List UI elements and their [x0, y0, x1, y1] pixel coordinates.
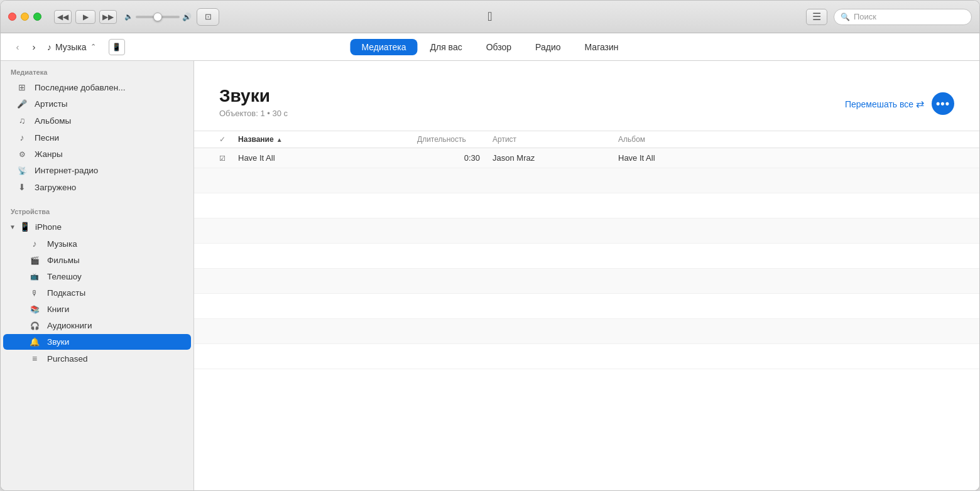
airplay-button[interactable]: ⊡ — [197, 8, 219, 26]
play-button[interactable]: ▶ — [75, 10, 95, 24]
search-box[interactable]: 🔍 Поиск — [834, 9, 972, 25]
sidebar-item-label-radio: Интернет-радио — [35, 166, 98, 175]
sidebar-item-genres[interactable]: ⚙ Жанры — [3, 146, 191, 162]
iphone-chevron-icon: ▼ — [9, 224, 16, 230]
sidebar-item-iphone-audiobooks[interactable]: 🎧 Аудиокниги — [3, 318, 191, 333]
tab-radio[interactable]: Радио — [524, 39, 572, 55]
sidebar-item-iphone-movies[interactable]: 🎬 Фильмы — [3, 252, 191, 268]
table-header: ✓ Название ▲ Длительность Артист Альбом — [194, 131, 979, 148]
empty-row-6 — [194, 294, 979, 319]
sidebar-item-label-recent: Последние добавлен... — [35, 83, 125, 92]
maximize-button[interactable] — [33, 13, 41, 21]
nav-tabs: Медиатека Для вас Обзор Радио Магазин — [350, 39, 629, 55]
albums-icon: ♫ — [16, 116, 28, 126]
iphone-movies-icon: 🎬 — [28, 256, 41, 265]
iphone-device-nav-button[interactable]: 📱 — [109, 39, 125, 55]
th-title-label: Название — [238, 135, 274, 144]
more-options-icon: ••• — [936, 97, 950, 111]
sidebar-item-albums[interactable]: ♫ Альбомы — [3, 112, 191, 129]
content-actions: Перемешать все ⇄ ••• — [845, 86, 954, 115]
table-row[interactable]: ☑ Have It All 0:30 Jason Mraz Have It Al… — [194, 148, 979, 168]
th-extra — [775, 135, 954, 144]
iphone-books-icon: 📚 — [28, 305, 41, 314]
iphone-device-row[interactable]: ▼ 📱 iPhone — [3, 219, 191, 235]
shuffle-all-label: Перемешать все — [845, 99, 913, 109]
th-title[interactable]: Название ▲ — [238, 135, 417, 144]
close-button[interactable] — [8, 13, 16, 21]
volume-track — [136, 16, 180, 18]
th-check: ✓ — [219, 135, 238, 144]
sidebar-item-iphone-music[interactable]: ♪ Музыка — [3, 235, 191, 252]
sidebar-item-label-artists: Артисты — [35, 99, 68, 109]
sidebar-item-label-iphone-books: Книги — [47, 305, 69, 314]
nav-arrows: ‹ › — [11, 40, 41, 54]
back-button[interactable]: ‹ — [11, 40, 24, 54]
iphone-tones-icon: 🔔 — [28, 337, 41, 347]
empty-row-7 — [194, 319, 979, 344]
sidebar-item-iphone-tvshows[interactable]: 📺 Телешоу — [3, 269, 191, 284]
sidebar-item-downloads[interactable]: ⬇ Загружено — [3, 179, 191, 195]
main-layout: Медиатека ⊞ Последние добавлен... 🎤 Арти… — [1, 61, 979, 490]
tracks-table: ✓ Название ▲ Длительность Артист Альбом — [194, 131, 979, 490]
navbar: ‹ › ♪ Музыка ⌃ 📱 Медиатека Для вас Обзор… — [1, 33, 979, 61]
th-check-icon: ✓ — [219, 135, 226, 144]
rewind-button[interactable]: ◀◀ — [54, 10, 72, 24]
sidebar-item-iphone-tones[interactable]: 🔔 Звуки — [3, 334, 191, 350]
play-icon: ▶ — [83, 13, 89, 21]
row-artist: Jason Mraz — [493, 153, 618, 163]
iphone-tvshows-icon: 📺 — [28, 272, 41, 281]
music-selector-label: Музыка — [55, 42, 87, 52]
list-view-button[interactable]: ☰ — [806, 9, 827, 25]
iphone-label: iPhone — [35, 222, 62, 232]
empty-rows — [194, 168, 979, 369]
fast-forward-button[interactable]: ▶▶ — [99, 10, 117, 24]
shuffle-all-button[interactable]: Перемешать все ⇄ — [845, 98, 924, 110]
sidebar-item-iphone-books[interactable]: 📚 Книги — [3, 301, 191, 317]
sidebar-item-radio[interactable]: 📡 Интернет-радио — [3, 163, 191, 178]
tab-library[interactable]: Медиатека — [350, 39, 417, 55]
app-window: ◀◀ ▶ ▶▶ 🔈 🔊 ⊡  ☰ � — [0, 0, 980, 491]
music-note-icon: ♪ — [47, 42, 52, 52]
sidebar-item-label-iphone-tvshows: Телешоу — [47, 272, 82, 281]
sort-arrow-icon: ▲ — [276, 136, 283, 143]
minimize-button[interactable] — [21, 13, 29, 21]
sidebar-item-label-iphone-purchased: Purchased — [47, 354, 88, 364]
empty-row-3 — [194, 219, 979, 244]
radio-icon: 📡 — [16, 166, 28, 175]
music-selector[interactable]: ♪ Музыка ⌃ — [47, 42, 96, 52]
row-duration: 0:30 — [417, 153, 493, 163]
content-header: Звуки Объектов: 1 • 30 с Перемешать все … — [194, 61, 979, 131]
tab-foryou[interactable]: Для вас — [418, 39, 473, 55]
iphone-podcasts-icon: 🎙 — [28, 289, 41, 298]
th-album: Альбом — [618, 135, 775, 144]
rewind-icon: ◀◀ — [57, 13, 68, 21]
tab-store[interactable]: Магазин — [574, 39, 630, 55]
content-subtitle: Объектов: 1 • 30 с — [219, 109, 288, 118]
content-area: Звуки Объектов: 1 • 30 с Перемешать все … — [194, 61, 979, 490]
sidebar-item-label-iphone-movies: Фильмы — [47, 256, 80, 265]
airplay-icon: ⊡ — [205, 12, 212, 21]
volume-high-icon: 🔊 — [182, 13, 192, 21]
recent-icon: ⊞ — [16, 82, 28, 92]
devices-section-label: Устройства — [1, 200, 193, 218]
tab-browse[interactable]: Обзор — [475, 39, 523, 55]
sidebar-item-songs[interactable]: ♪ Песни — [3, 129, 191, 146]
apple-logo-icon:  — [487, 9, 492, 24]
library-section-label: Медиатека — [1, 61, 193, 78]
sidebar-item-iphone-podcasts[interactable]: 🎙 Подкасты — [3, 285, 191, 301]
volume-slider[interactable]: 🔈 🔊 — [124, 13, 192, 21]
artists-icon: 🎤 — [16, 99, 28, 109]
titlebar-center:  — [487, 9, 492, 24]
sidebar-item-artists[interactable]: 🎤 Артисты — [3, 96, 191, 112]
more-options-button[interactable]: ••• — [932, 92, 954, 115]
search-placeholder: Поиск — [854, 12, 876, 21]
sidebar-item-iphone-purchased[interactable]: ≡ Purchased — [3, 350, 191, 367]
sidebar-item-recent[interactable]: ⊞ Последние добавлен... — [3, 79, 191, 95]
titlebar-right: ☰ 🔍 Поиск — [806, 9, 972, 25]
th-artist: Артист — [493, 135, 618, 144]
th-duration-label: Длительность — [417, 135, 466, 144]
sidebar-item-label-iphone-tones: Звуки — [47, 337, 69, 347]
sidebar-item-label-albums: Альбомы — [35, 116, 71, 126]
row-checkbox-icon: ☑ — [219, 154, 226, 162]
forward-button[interactable]: › — [27, 40, 41, 54]
